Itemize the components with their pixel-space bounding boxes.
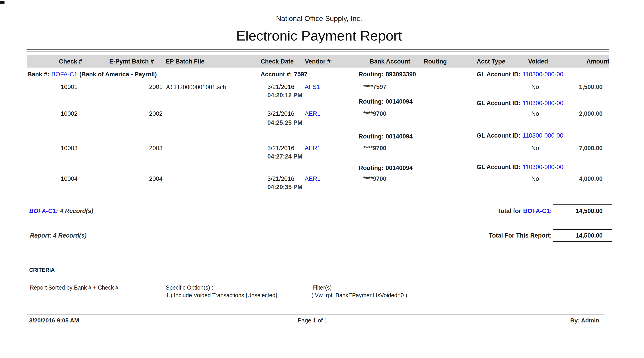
gl-account-link[interactable]: 110300-000-00 <box>522 164 563 170</box>
company-name: National Office Supply, Inc. <box>276 14 362 24</box>
amount-cell: 2,000.00 <box>579 109 603 118</box>
account-number-value: 7597 <box>294 71 308 78</box>
bank-code-link[interactable]: BOFA-C1: <box>523 208 552 214</box>
bank-account-number-line: Account #:7597 <box>260 70 308 79</box>
bank-group-line: Bank #:BOFA-C1(Bank of America - Payroll… <box>28 70 157 79</box>
report-total-amount: 14,500.00 <box>576 231 603 240</box>
criteria-heading: CRITERIA <box>29 266 55 274</box>
check-time-cell: 04:29:35 PM <box>267 183 302 191</box>
gl-account-link[interactable]: 110300-000-00 <box>522 71 563 78</box>
gl-account-info: GL Account ID:110300-000-00 <box>477 163 563 171</box>
report-title: Electronic Payment Report <box>236 27 402 45</box>
report-total-underline <box>553 241 612 242</box>
check-number-cell: 10002 <box>61 109 78 118</box>
bank-total-label: Total forBOFA-C1: <box>498 207 552 215</box>
vendor-link[interactable]: AER1 <box>305 174 321 183</box>
column-header-bank-account: Bank Account <box>370 55 410 68</box>
gl-account-label: GL Account ID: <box>477 132 520 139</box>
record-count-text: 4 Record(s) <box>60 208 94 214</box>
bank-code-link[interactable]: BOFA-C1 <box>52 71 78 78</box>
vendor-link[interactable]: AFS1 <box>305 83 320 91</box>
voided-cell: No <box>526 144 544 152</box>
criteria-filters-label: Filter(s) : <box>312 283 335 292</box>
check-date-cell: 3/21/2016 <box>267 109 294 118</box>
vendor-link[interactable]: AER1 <box>305 109 321 118</box>
bank-description: (Bank of America - Payroll) <box>80 71 157 78</box>
bank-account-cell: ****9700 <box>363 174 386 183</box>
check-number-cell: 10003 <box>61 144 78 152</box>
amount-cell: 4,000.00 <box>579 174 603 183</box>
routing-label: Routing: <box>359 133 384 140</box>
bank-routing-line: Routing:893093390 <box>359 70 416 79</box>
gl-account-info: GL Account ID:110300-000-00 <box>477 131 563 140</box>
column-header-epymt-batch: E-Pymt Batch # <box>109 55 154 68</box>
check-date-cell: 3/21/2016 <box>267 83 294 91</box>
gl-account-link[interactable]: 110300-000-00 <box>522 100 563 106</box>
batch-file-cell: ACH20000001001.ach <box>166 83 226 91</box>
column-header-routing: Routing <box>424 55 447 68</box>
column-header-acct-type: Acct Type <box>477 55 505 68</box>
check-time-cell: 04:25:25 PM <box>267 118 302 127</box>
voided-cell: No <box>526 109 544 118</box>
check-number-cell: 10001 <box>61 83 78 91</box>
column-header-check-number: Check # <box>59 55 82 68</box>
bank-total-overline <box>553 205 612 205</box>
report-total-overline <box>553 229 612 230</box>
gl-account-label: GL Account ID: <box>477 100 520 106</box>
electronic-payment-report-page: National Office Supply, Inc. Electronic … <box>0 0 644 358</box>
routing-value: 00140094 <box>386 164 412 171</box>
criteria-option-1: 1.) Include Voided Transactions [Unselec… <box>166 291 277 299</box>
bank-total-amount: 14,500.00 <box>576 207 603 215</box>
check-number-cell: 10004 <box>61 174 78 183</box>
criteria-options-label: Specific Option(s) : <box>166 283 213 292</box>
footer-page-number: Page 1 of 1 <box>298 316 328 325</box>
gl-account-label: GL Account ID: <box>477 164 520 170</box>
routing-value: 893093390 <box>386 71 416 78</box>
bank-gl-account-line: GL Account ID:110300-000-00 <box>477 70 563 79</box>
title-rule-dark <box>26 49 609 50</box>
voided-cell: No <box>526 174 544 183</box>
gl-account-link[interactable]: 110300-000-00 <box>522 132 563 139</box>
bank-number-label: Bank #: <box>28 71 50 78</box>
amount-cell: 7,000.00 <box>579 144 603 152</box>
voided-cell: No <box>526 83 544 91</box>
bank-account-cell: ****9700 <box>363 109 386 118</box>
routing-label: Routing: <box>359 164 384 171</box>
amount-cell: 1,500.00 <box>579 83 603 91</box>
criteria-filter-1: ( Vw_rpt_BankEPayment.IsVoided=0 ) <box>312 291 407 299</box>
bank-record-count: BOFA-C1:4 Record(s) <box>29 207 93 215</box>
footer-rule <box>28 314 604 314</box>
routing-info: Routing:00140094 <box>359 164 412 172</box>
title-rule-light <box>26 51 609 52</box>
criteria-sort-order: Report Sorted by Bank # + Check # <box>30 283 118 292</box>
screen-corner-artifact <box>0 1 4 4</box>
footer-generated-by: By: Admin <box>570 316 599 325</box>
routing-value: 00140094 <box>386 133 412 140</box>
vendor-link[interactable]: AER1 <box>305 144 321 152</box>
batch-number-cell: 2004 <box>149 174 162 183</box>
bank-account-cell: ****7597 <box>363 83 386 91</box>
column-header-check-date: Check Date <box>260 55 294 68</box>
check-date-cell: 3/21/2016 <box>267 144 294 152</box>
total-for-text: Total for <box>498 208 521 214</box>
gl-account-info: GL Account ID:110300-000-00 <box>477 99 563 107</box>
batch-number-cell: 2001 <box>149 83 162 91</box>
column-header-ep-batch-file: EP Batch File <box>166 55 204 68</box>
routing-value: 00140094 <box>386 98 412 105</box>
batch-number-cell: 2003 <box>149 144 162 152</box>
routing-label: Routing: <box>359 98 384 105</box>
account-number-label: Account #: <box>260 71 292 78</box>
routing-info: Routing:00140094 <box>359 97 412 106</box>
routing-label: Routing: <box>359 71 384 78</box>
gl-account-label: GL Account ID: <box>477 71 520 78</box>
check-time-cell: 04:20:12 PM <box>267 91 302 100</box>
routing-info: Routing:00140094 <box>359 132 412 141</box>
column-header-amount: Amount <box>586 55 609 68</box>
bank-code-link[interactable]: BOFA-C1: <box>29 208 58 214</box>
report-record-count: Report: 4 Record(s) <box>30 231 86 240</box>
footer-generated-datetime: 3/20/2016 9:05 AM <box>29 316 79 325</box>
check-time-cell: 04:27:24 PM <box>267 152 302 161</box>
check-date-cell: 3/21/2016 <box>267 174 294 183</box>
bank-account-cell: ****9700 <box>363 144 386 152</box>
column-header-voided: Voided <box>528 55 548 68</box>
